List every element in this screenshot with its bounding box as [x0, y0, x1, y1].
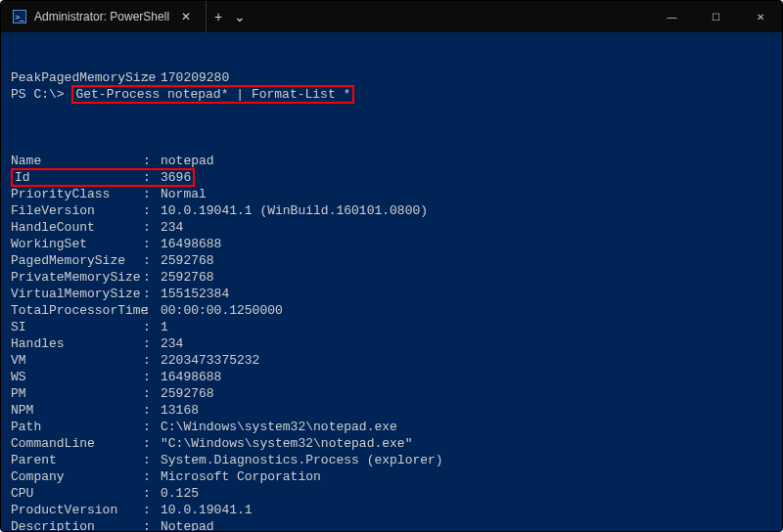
powershell-icon: >_ [13, 10, 26, 23]
property-label: Name [11, 153, 143, 169]
property-value: 155152384 [161, 287, 229, 301]
property-row: WorkingSet:16498688 [11, 236, 772, 252]
property-row: WS:16498688 [11, 369, 772, 385]
id-highlight: Id:3696 [11, 168, 195, 187]
property-row: PriorityClass:Normal [11, 186, 772, 202]
property-label: PrivateMemorySize [11, 269, 143, 286]
property-row: VM:2203473375232 [11, 352, 772, 369]
property-label: Handles [11, 335, 143, 352]
property-label: FileVersion [11, 202, 143, 219]
property-row: ProductVersion:10.0.19041.1 [11, 502, 772, 518]
property-value: 234 [161, 336, 183, 351]
property-value: 16498688 [161, 370, 221, 384]
property-label: HandleCount [11, 219, 143, 236]
property-value: 2592768 [161, 270, 214, 285]
property-label: Description [11, 518, 143, 531]
property-row: PagedMemorySize:2592768 [11, 252, 772, 269]
property-value: Microsoft Corporation [161, 469, 321, 484]
property-value: 3696 [161, 170, 191, 185]
property-value: 0.125 [161, 486, 199, 501]
property-row: Id:3696 [11, 169, 772, 186]
tab-dropdown-button[interactable]: ⌄ [234, 9, 246, 24]
property-value: Normal [161, 187, 207, 201]
close-tab-button[interactable]: ✕ [178, 9, 194, 24]
property-row: NPM:13168 [11, 402, 772, 419]
property-row: Company:Microsoft Corporation [11, 468, 772, 485]
property-value: 00:00:00.1250000 [161, 303, 283, 318]
window-controls: — ☐ ✕ [650, 1, 782, 32]
property-label: SI [11, 319, 143, 335]
property-row: FileVersion:10.0.19041.1 (WinBuild.16010… [11, 202, 772, 219]
property-row: TotalProcessorTime:00:00:00.1250000 [11, 302, 772, 319]
property-row: SI:1 [11, 319, 772, 335]
new-tab-button[interactable]: + [214, 9, 222, 24]
property-label: WS [11, 369, 143, 385]
titlebar[interactable]: >_ Administrator: PowerShell ✕ + ⌄ — ☐ ✕ [1, 1, 782, 32]
property-label: TotalProcessorTime [11, 302, 143, 319]
property-label: Path [11, 419, 143, 435]
property-label: PriorityClass [11, 186, 143, 202]
property-label: VM [11, 352, 143, 369]
app-window: >_ Administrator: PowerShell ✕ + ⌄ — ☐ ✕… [0, 0, 783, 532]
property-row: Description:Notepad [11, 518, 772, 531]
property-value: 10.0.19041.1 (WinBuild.160101.0800) [161, 203, 428, 218]
property-label: NPM [11, 402, 143, 419]
prompt: PS C:\> [11, 87, 65, 102]
property-row: HandleCount:234 [11, 219, 772, 236]
terminal-output[interactable]: PeakPagedMemorySize:170209280PS C:\> Get… [1, 32, 782, 531]
tab-title: Administrator: PowerShell [34, 10, 170, 23]
close-window-button[interactable]: ✕ [738, 1, 782, 32]
property-row: PM:2592768 [11, 385, 772, 402]
property-label: CPU [11, 485, 143, 502]
property-row: Parent:System.Diagnostics.Process (explo… [11, 452, 772, 468]
property-row: Handles:234 [11, 335, 772, 352]
property-value: 10.0.19041.1 [161, 503, 253, 517]
property-label: WorkingSet [11, 236, 143, 252]
property-label: VirtualMemorySize [11, 286, 143, 302]
property-label: PagedMemorySize [11, 252, 143, 269]
property-value: 2592768 [161, 386, 214, 401]
property-value: 16498688 [161, 237, 221, 251]
property-label: CommandLine [11, 435, 143, 452]
property-value: Notepad [161, 519, 214, 531]
property-value: 2203473375232 [161, 353, 259, 368]
property-label: Parent [11, 452, 143, 468]
property-row: Path:C:\Windows\system32\notepad.exe [11, 419, 772, 435]
property-value: 1 [161, 320, 168, 334]
property-value: 13168 [161, 403, 199, 418]
property-value: System.Diagnostics.Process (explorer) [161, 453, 443, 467]
property-row: CPU:0.125 [11, 485, 772, 502]
prompt-line: PS C:\> Get-Process notepad* | Format-Li… [11, 86, 772, 103]
minimize-button[interactable]: — [650, 1, 694, 32]
tab-actions: + ⌄ [207, 9, 253, 24]
property-row: PrivateMemorySize:2592768 [11, 269, 772, 286]
maximize-button[interactable]: ☐ [694, 1, 738, 32]
property-row: Name:notepad [11, 153, 772, 169]
property-value: C:\Windows\system32\notepad.exe [161, 420, 397, 434]
property-label: Id [15, 169, 143, 186]
output-row: PeakPagedMemorySize:170209280 [11, 69, 772, 86]
property-label: Company [11, 468, 143, 485]
property-row: CommandLine:"C:\Windows\system32\notepad… [11, 435, 772, 452]
property-row: VirtualMemorySize:155152384 [11, 286, 772, 302]
property-value: "C:\Windows\system32\notepad.exe" [161, 436, 412, 451]
property-label: PM [11, 385, 143, 402]
property-value: 234 [161, 220, 183, 235]
command-highlight-1: Get-Process notepad* | Format-List * [71, 85, 354, 104]
property-value: 2592768 [161, 253, 214, 268]
property-value: notepad [161, 154, 214, 168]
property-label: ProductVersion [11, 502, 143, 518]
terminal-tab[interactable]: >_ Administrator: PowerShell ✕ [1, 1, 207, 32]
